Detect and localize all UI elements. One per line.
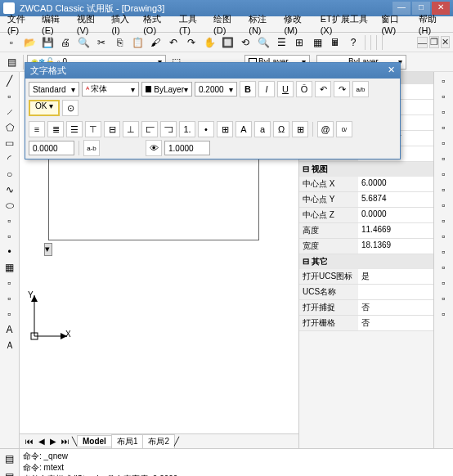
zoom-icon[interactable]: 🔍 xyxy=(255,34,271,51)
chamfer-tool[interactable]: ▫ xyxy=(436,276,452,290)
prop-category[interactable]: ⊟ 视图 xyxy=(299,162,433,177)
symbol-at-button[interactable]: @ xyxy=(317,121,334,137)
ellipse-arc-tool[interactable]: ▫ xyxy=(2,213,18,228)
prop-category[interactable]: ⊟ 其它 xyxy=(299,254,433,269)
trim-tool[interactable]: ▫ xyxy=(436,213,452,228)
text-redo-button[interactable]: ↷ xyxy=(334,81,350,97)
tab-nav[interactable]: ⏮ xyxy=(23,437,36,446)
prop-row[interactable]: 中心点 X6.0000 xyxy=(299,177,433,192)
menu-绘图[interactable]: 绘图(D) xyxy=(209,11,244,37)
gradient-tool[interactable]: ▫ xyxy=(2,276,18,290)
tab-Model[interactable]: Model xyxy=(77,435,112,447)
prop-row[interactable]: 宽度18.1369 xyxy=(299,239,433,254)
erase-tool[interactable]: ▫ xyxy=(436,74,452,88)
text-options-button[interactable]: ⊙ xyxy=(62,100,78,116)
tool-palette-icon[interactable]: ▦ xyxy=(309,34,325,51)
align-left-button[interactable]: ≡ xyxy=(29,121,45,137)
move-tool[interactable]: ▫ xyxy=(436,151,452,166)
design-ctr-icon[interactable]: ⊞ xyxy=(291,34,307,51)
eye-icon[interactable]: 👁 xyxy=(146,140,162,156)
help-icon[interactable]: ? xyxy=(345,34,361,51)
text-tool[interactable]: A xyxy=(2,322,18,337)
line-tool[interactable]: ╱ xyxy=(2,74,18,88)
mirror-tool[interactable]: ▫ xyxy=(436,105,452,119)
print-preview-icon[interactable]: 🔍 xyxy=(75,34,92,51)
stack-button[interactable]: a/b xyxy=(352,81,369,97)
command-text[interactable]: 命令: _qnew 命令: mtext 当前文字样式:"Standard" 文字… xyxy=(20,449,453,476)
menu-修改[interactable]: 修改(M) xyxy=(280,11,316,37)
print-icon[interactable]: 🖨 xyxy=(57,34,74,51)
resize-handle-left[interactable]: ▾ xyxy=(44,243,52,256)
overline-button[interactable]: Ō xyxy=(296,81,312,97)
copy-tool[interactable]: ▫ xyxy=(436,89,452,104)
align-right-button[interactable]: ☰ xyxy=(66,121,83,137)
scale-tool[interactable]: ▫ xyxy=(436,182,452,197)
polygon-tool[interactable]: ⬠ xyxy=(2,120,18,135)
prop-row[interactable]: 高度11.4669 xyxy=(299,223,433,239)
text-color-combo[interactable]: ByLayer▾ xyxy=(141,82,192,97)
width-factor-field[interactable]: 1.0000 xyxy=(164,141,210,155)
save-icon[interactable]: 💾 xyxy=(39,34,56,51)
align-bot-button[interactable]: ⊥ xyxy=(123,121,139,137)
menu-插入[interactable]: 插入(I) xyxy=(107,11,139,37)
oblique-button[interactable]: a-b xyxy=(83,140,100,156)
props-icon[interactable]: ☰ xyxy=(273,34,289,51)
join-tool[interactable]: ▫ xyxy=(436,260,452,275)
copy-icon[interactable]: ⎘ xyxy=(111,34,128,51)
text-ok-button[interactable]: OK ▾ xyxy=(29,100,60,116)
field-button[interactable]: ⊞ xyxy=(217,121,233,137)
undo-icon[interactable]: ↶ xyxy=(165,34,182,51)
calc-icon[interactable]: 🖩 xyxy=(327,34,343,51)
doc-close-button[interactable]: ✕ xyxy=(441,36,450,48)
menu-标注[interactable]: 标注(N) xyxy=(244,11,280,37)
menu-编辑[interactable]: 编辑(E) xyxy=(38,11,73,37)
rotate-tool[interactable]: ▫ xyxy=(436,167,452,182)
zero-button[interactable]: 0/ xyxy=(336,121,352,137)
menu-窗口[interactable]: 窗口(W) xyxy=(377,11,414,37)
zoom-window-icon[interactable]: 🔲 xyxy=(219,34,235,51)
symbol-button[interactable]: Ω xyxy=(273,121,289,137)
menu-格式[interactable]: 格式(O) xyxy=(139,11,175,37)
underline-button[interactable]: U xyxy=(277,81,294,97)
dist-button[interactable]: ⫎ xyxy=(160,121,177,137)
point-tool[interactable]: • xyxy=(2,245,18,259)
cmd-icon[interactable]: ▤ xyxy=(2,451,18,467)
prop-row[interactable]: 中心点 Z0.0000 xyxy=(299,208,433,223)
paste-icon[interactable]: 📋 xyxy=(129,34,146,51)
mtext-tool[interactable]: Ａ xyxy=(2,338,18,353)
bold-button[interactable]: B xyxy=(240,81,256,97)
break-tool[interactable]: ▫ xyxy=(436,245,452,259)
redo-icon[interactable]: ↷ xyxy=(183,34,200,51)
tab-nav[interactable]: ▶ xyxy=(47,437,59,446)
lowercase-button[interactable]: a xyxy=(254,121,271,137)
pan-icon[interactable]: ✋ xyxy=(201,34,218,51)
match-icon[interactable]: 🖌 xyxy=(147,34,164,51)
array-tool[interactable]: ▫ xyxy=(436,136,452,150)
const-line-tool[interactable]: ▫ xyxy=(2,89,18,104)
tab-布局1[interactable]: 布局1 xyxy=(111,434,144,449)
tracking-field[interactable]: 0.0000 xyxy=(29,141,74,155)
arc-tool[interactable]: ◜ xyxy=(2,151,18,166)
region-tool[interactable]: ▫ xyxy=(2,291,18,306)
table-tool[interactable]: ▫ xyxy=(2,307,18,321)
menu-ET扩展工具[interactable]: ET扩展工具(X) xyxy=(316,11,378,37)
tab-nav[interactable]: ◀ xyxy=(36,437,47,446)
rectangle-tool[interactable]: ▭ xyxy=(2,136,18,150)
align-center-button[interactable]: ≣ xyxy=(47,121,64,137)
justify-button[interactable]: ⫍ xyxy=(141,121,158,137)
spline-tool[interactable]: ∿ xyxy=(2,182,18,197)
new-file-icon[interactable]: ▫ xyxy=(3,34,20,51)
prop-row[interactable]: 打开捕捉否 xyxy=(299,300,433,316)
fillet-tool[interactable]: ▫ xyxy=(436,291,452,306)
prop-row[interactable]: UCS名称 xyxy=(299,285,433,300)
text-style-combo[interactable]: Standard▾ xyxy=(29,82,79,97)
tab-nav[interactable]: ⏭ xyxy=(59,437,72,446)
prop-row[interactable]: 打开UCS图标是 xyxy=(299,269,433,285)
align-top-button[interactable]: ⊤ xyxy=(85,121,101,137)
menu-帮助[interactable]: 帮助(H) xyxy=(415,11,450,37)
extend-tool[interactable]: ▫ xyxy=(436,229,452,244)
stretch-tool[interactable]: ▫ xyxy=(436,198,452,213)
hatch-tool[interactable]: ▦ xyxy=(2,260,18,275)
uppercase-button[interactable]: A xyxy=(235,121,252,137)
menu-文件[interactable]: 文件(F) xyxy=(3,11,38,37)
